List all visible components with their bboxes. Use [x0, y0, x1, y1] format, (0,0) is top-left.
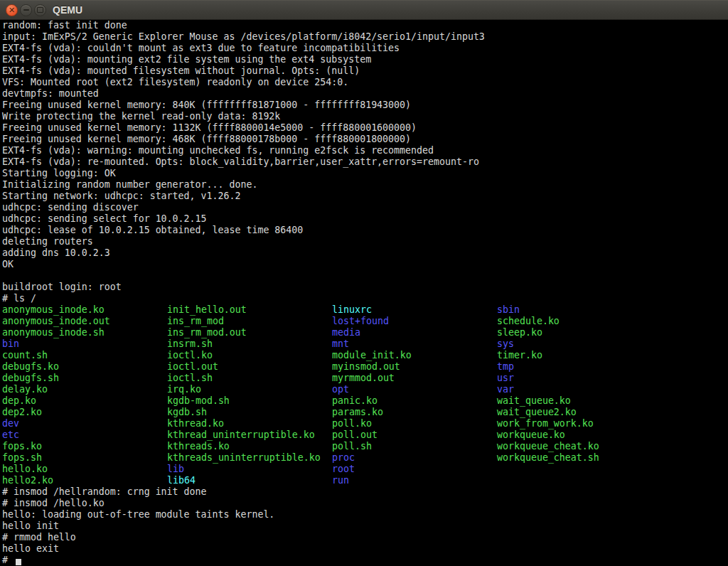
minimize-button[interactable]: [20, 4, 32, 16]
file-entry: params.ko: [332, 407, 497, 418]
console-line: [2, 270, 728, 282]
shell-prompt: #: [2, 555, 14, 565]
ls-output-row: hello2.kolib64run: [2, 475, 728, 486]
maximize-icon: [37, 7, 43, 13]
file-entry: workqueue_cheat.sh: [497, 452, 728, 464]
console-line: Starting network: udhcpc: started, v1.26…: [2, 191, 728, 202]
file-entry: kgdb.sh: [167, 407, 332, 418]
maximize-button[interactable]: [34, 4, 46, 16]
empty-cell: [497, 475, 728, 486]
file-entry: anonymous_inode.sh: [2, 327, 167, 338]
file-entry: poll.ko: [332, 418, 497, 429]
file-entry: ins_rm_mod: [167, 316, 332, 327]
console-line: EXT4-fs (vda): mounted filesystem withou…: [2, 65, 728, 77]
terminal-console[interactable]: random: fast init doneinput: ImExPS/2 Ge…: [0, 20, 728, 566]
console-line: Starting logging: OK: [2, 168, 728, 179]
file-entry: init_hello.out: [167, 304, 332, 316]
file-entry: schedule.ko: [497, 316, 728, 327]
ls-output-row: dep.kokgdb-mod.shpanic.kowait_queue.ko: [2, 395, 728, 407]
console-line: Freeing unused kernel memory: 468K (ffff…: [2, 134, 728, 145]
qemu-window: ✕ QEMU random: fast init doneinput: ImEx…: [0, 0, 728, 566]
file-entry: dev: [2, 418, 167, 429]
ls-output-row: anonymous_inode.outins_rm_modlost+founds…: [2, 316, 728, 327]
file-entry: kthreads.ko: [167, 441, 332, 452]
ls-output-row: delay.koirq.kooptvar: [2, 384, 728, 395]
console-line: EXT4-fs (vda): warning: mounting uncheck…: [2, 145, 728, 156]
file-entry: myrmmod.out: [332, 373, 497, 384]
minimize-icon: [23, 9, 29, 11]
console-output: random: fast init doneinput: ImExPS/2 Ge…: [2, 20, 728, 566]
close-button[interactable]: ✕: [6, 4, 18, 16]
file-entry: opt: [332, 384, 497, 395]
file-entry: sys: [497, 338, 728, 350]
ls-output-row: devkthread.kopoll.kowork_from_work.ko: [2, 418, 728, 429]
file-entry: debugfs.sh: [2, 373, 167, 384]
window-controls: ✕: [6, 4, 46, 16]
console-line: # rmmod hello: [2, 532, 728, 543]
file-entry: wait_queue.ko: [497, 395, 728, 407]
file-entry: run: [332, 475, 497, 486]
file-entry: workqueue_cheat.ko: [497, 441, 728, 452]
file-entry: fops.ko: [2, 441, 167, 452]
console-line: adding dns 10.0.2.3: [2, 247, 728, 259]
file-entry: lib64: [167, 475, 332, 486]
console-line: udhcpc: sending select for 10.0.2.15: [2, 213, 728, 225]
ls-output-row: anonymous_inode.shins_rm_mod.outmediasle…: [2, 327, 728, 338]
file-entry: workqueue.ko: [497, 429, 728, 441]
ls-output-row: count.shioctl.komodule_init.kotimer.ko: [2, 350, 728, 361]
console-line: hello exit: [2, 543, 728, 555]
ls-output-row: dep2.kokgdb.shparams.kowait_queue2.ko: [2, 407, 728, 418]
file-entry: root: [332, 464, 497, 475]
console-line: deleting routers: [2, 236, 728, 247]
file-entry: sbin: [497, 304, 728, 316]
file-entry: proc: [332, 452, 497, 464]
file-entry: kthreads_uninterruptible.ko: [167, 452, 332, 464]
file-entry: timer.ko: [497, 350, 728, 361]
file-entry: usr: [497, 373, 728, 384]
file-entry: ins_rm_mod.out: [167, 327, 332, 338]
file-entry: kthread.ko: [167, 418, 332, 429]
file-entry: var: [497, 384, 728, 395]
console-line: Freeing unused kernel memory: 1132K (fff…: [2, 122, 728, 134]
file-entry: tmp: [497, 361, 728, 373]
console-line: udhcpc: sending discover: [2, 202, 728, 213]
console-line: buildroot login: root: [2, 282, 728, 293]
ls-output-row: fops.kokthreads.kopoll.shworkqueue_cheat…: [2, 441, 728, 452]
window-title: QEMU: [53, 4, 82, 16]
file-entry: kthread_uninterruptible.ko: [167, 429, 332, 441]
file-entry: ioctl.ko: [167, 350, 332, 361]
file-entry: dep.ko: [2, 395, 167, 407]
text-cursor: [16, 559, 21, 565]
file-entry: panic.ko: [332, 395, 497, 407]
file-entry: anonymous_inode.out: [2, 316, 167, 327]
console-line: # insmod /hellrandom: crng init done: [2, 486, 728, 498]
console-line: EXT4-fs (vda): re-mounted. Opts: block_v…: [2, 156, 728, 168]
console-line: EXT4-fs (vda): mounting ext2 file system…: [2, 54, 728, 65]
console-line: input: ImExPS/2 Generic Explorer Mouse a…: [2, 31, 728, 43]
file-entry: delay.ko: [2, 384, 167, 395]
console-line: VFS: Mounted root (ext2 filesystem) read…: [2, 77, 728, 88]
file-entry: poll.out: [332, 429, 497, 441]
console-line: # ls /: [2, 293, 728, 304]
file-entry: ioctl.out: [167, 361, 332, 373]
close-icon: ✕: [9, 6, 15, 14]
file-entry: lib: [167, 464, 332, 475]
file-entry: irq.ko: [167, 384, 332, 395]
empty-cell: [497, 464, 728, 475]
console-line: Freeing unused kernel memory: 840K (ffff…: [2, 100, 728, 111]
ls-output-row: debugfs.shioctl.shmyrmmod.outusr: [2, 373, 728, 384]
shell-prompt-line: #: [2, 555, 728, 566]
file-entry: count.sh: [2, 350, 167, 361]
title-bar: ✕ QEMU: [0, 0, 728, 20]
console-line: hello init: [2, 520, 728, 532]
file-entry: fops.sh: [2, 452, 167, 464]
file-entry: bin: [2, 338, 167, 350]
file-entry: debugfs.ko: [2, 361, 167, 373]
file-entry: sleep.ko: [497, 327, 728, 338]
console-line: hello: loading out-of-tree module taints…: [2, 509, 728, 520]
file-entry: insrm.sh: [167, 338, 332, 350]
file-entry: dep2.ko: [2, 407, 167, 418]
ls-output-row: bininsrm.shmntsys: [2, 338, 728, 350]
ls-output-row: anonymous_inode.koinit_hello.outlinuxrcs…: [2, 304, 728, 316]
ls-output-row: etckthread_uninterruptible.kopoll.outwor…: [2, 429, 728, 441]
